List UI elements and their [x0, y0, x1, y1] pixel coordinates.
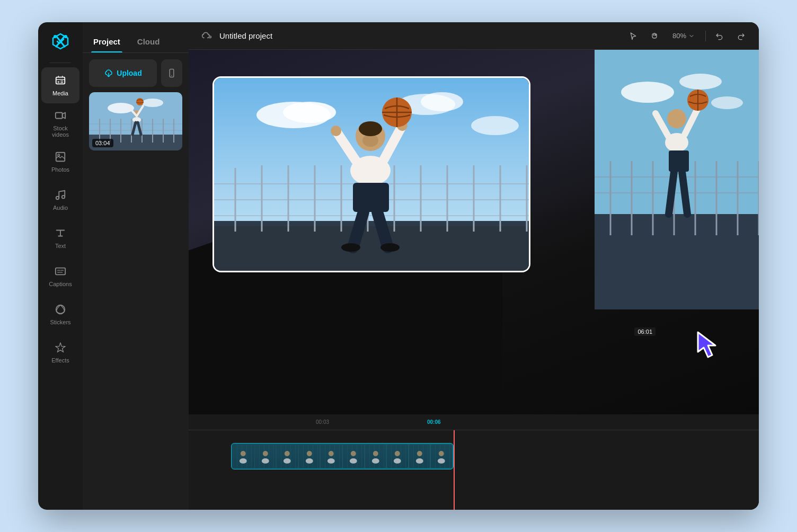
svg-point-93: [380, 243, 400, 252]
sidebar-stock-label: Stockvideos: [52, 125, 69, 138]
effects-icon: [55, 342, 66, 355]
hand-tool-button[interactable]: [647, 29, 662, 43]
playhead-line: [454, 430, 455, 510]
stickers-icon: [55, 304, 66, 317]
svg-point-115: [371, 458, 379, 464]
svg-point-111: [351, 451, 356, 456]
top-bar-left: Untitled project: [199, 29, 272, 43]
top-bar-right: 80%: [626, 29, 748, 43]
upload-label: Upload: [117, 69, 141, 77]
sidebar-item-audio[interactable]: Audio: [41, 182, 79, 218]
timeline-track-area: [231, 443, 759, 475]
svg-point-121: [416, 458, 423, 464]
sidebar: Media Stockvideos Photos: [38, 22, 83, 510]
svg-line-55: [669, 172, 674, 214]
tab-project[interactable]: Project: [91, 31, 122, 52]
svg-point-124: [438, 458, 445, 464]
svg-rect-116: [387, 445, 408, 468]
track-thumb-3: [277, 445, 298, 468]
svg-point-59: [283, 102, 336, 123]
svg-rect-34: [595, 50, 759, 214]
video-track[interactable]: [231, 443, 454, 469]
svg-rect-4: [56, 112, 63, 118]
audio-icon: [55, 189, 66, 202]
timeline-ruler: 00:03 00:06: [189, 414, 759, 430]
main-editor: Untitled project 80%: [189, 22, 759, 510]
svg-point-117: [395, 451, 400, 456]
cursor: [695, 330, 727, 361]
media-panel: Project Cloud Upload: [83, 22, 189, 510]
sidebar-stickers-label: Stickers: [50, 319, 70, 325]
svg-point-1: [64, 35, 67, 38]
svg-point-35: [621, 82, 674, 103]
svg-rect-122: [431, 445, 452, 468]
svg-point-109: [327, 458, 335, 464]
svg-point-118: [394, 458, 401, 464]
sidebar-item-photos[interactable]: Photos: [41, 144, 79, 180]
time-marker-6: 00:06: [427, 419, 441, 425]
svg-rect-119: [409, 445, 430, 468]
upload-row: Upload: [89, 59, 182, 87]
svg-rect-89: [353, 183, 389, 212]
sidebar-item-media[interactable]: Media: [41, 67, 79, 103]
sidebar-item-stickers[interactable]: Stickers: [41, 296, 79, 332]
video-thumbnail[interactable]: 03:04: [89, 92, 182, 150]
track-thumb-4: [299, 445, 320, 468]
project-title: Untitled project: [219, 31, 272, 40]
redo-button[interactable]: [733, 29, 748, 43]
svg-point-15: [142, 99, 163, 107]
media-panel-tabs: Project Cloud: [83, 22, 189, 53]
upload-button[interactable]: Upload: [89, 59, 157, 87]
phone-button[interactable]: [161, 59, 182, 87]
svg-rect-38: [595, 214, 759, 309]
svg-point-112: [350, 458, 357, 464]
svg-point-6: [58, 154, 60, 156]
svg-point-62: [471, 116, 519, 135]
svg-point-37: [711, 96, 743, 109]
zoom-control[interactable]: 80%: [668, 30, 699, 42]
sidebar-item-captions[interactable]: Captions: [41, 258, 79, 294]
main-video-preview[interactable]: [212, 76, 530, 272]
svg-point-103: [284, 458, 291, 464]
sidebar-item-text[interactable]: Text: [41, 220, 79, 256]
cursor-icon: [695, 330, 727, 361]
svg-point-97: [240, 458, 247, 464]
svg-point-106: [306, 458, 313, 464]
sidebar-effects-label: Effects: [51, 357, 69, 363]
sidebar-audio-label: Audio: [53, 205, 68, 211]
svg-point-8: [62, 195, 65, 198]
photos-icon: [55, 151, 66, 164]
sidebar-item-stock-videos[interactable]: Stockvideos: [41, 105, 79, 141]
svg-rect-98: [255, 445, 276, 468]
svg-rect-64: [214, 226, 530, 272]
svg-point-12: [171, 75, 172, 76]
app-logo[interactable]: [50, 31, 71, 52]
sidebar-item-effects[interactable]: Effects: [41, 334, 79, 370]
svg-rect-110: [343, 445, 364, 468]
app-container: Media Stockvideos Photos: [38, 22, 759, 510]
stock-videos-icon: [55, 110, 66, 123]
svg-point-96: [241, 451, 246, 456]
svg-rect-9: [56, 268, 65, 274]
svg-rect-101: [277, 445, 298, 468]
tab-cloud[interactable]: Cloud: [135, 31, 162, 52]
svg-point-31: [136, 98, 144, 105]
svg-rect-2: [56, 77, 65, 84]
svg-point-105: [307, 451, 312, 456]
track-thumb-1: [233, 445, 254, 468]
undo-button[interactable]: [712, 29, 727, 43]
svg-rect-104: [299, 445, 320, 468]
background-video: [595, 50, 759, 309]
cloud-save-icon[interactable]: [199, 29, 214, 43]
media-panel-content: Upload: [83, 53, 189, 510]
track-thumb-6: [343, 445, 364, 468]
timeline-area[interactable]: 00:03 00:06: [189, 414, 759, 510]
track-thumb-9: [409, 445, 430, 468]
video-duration: 03:04: [92, 139, 113, 147]
svg-marker-94: [698, 332, 715, 357]
text-icon: [55, 227, 66, 241]
svg-rect-95: [233, 445, 254, 468]
sidebar-divider: [50, 63, 71, 63]
select-tool-button[interactable]: [626, 29, 641, 43]
svg-point-61: [421, 92, 463, 111]
